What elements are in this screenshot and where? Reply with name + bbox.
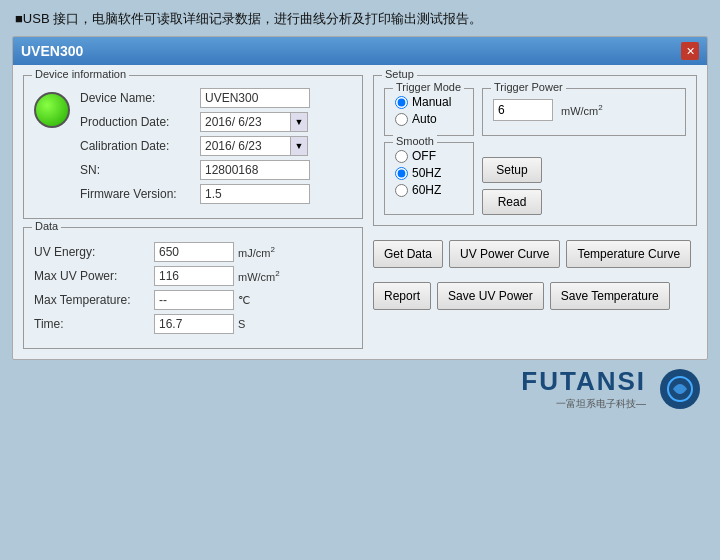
smooth-50hz-label: 50HZ <box>412 166 441 180</box>
trigger-manual-label: Manual <box>412 95 451 109</box>
smooth-50hz-radio[interactable] <box>395 167 408 180</box>
trigger-power-input[interactable] <box>493 99 553 121</box>
trigger-auto-row: Auto <box>395 112 463 126</box>
trigger-auto-radio[interactable] <box>395 113 408 126</box>
footer: FUTANSI 一富坦系电子科技— <box>0 360 720 415</box>
smooth-off-radio[interactable] <box>395 150 408 163</box>
top-banner: ■USB 接口，电脑软件可读取详细记录数据，进行曲线分析及打印输出测试报告。 <box>0 0 720 36</box>
calibration-date-label: Calibration Date: <box>80 139 200 153</box>
time-unit: S <box>238 318 245 330</box>
production-date-label: Production Date: <box>80 115 200 129</box>
smooth-off-label: OFF <box>412 149 436 163</box>
save-temperature-button[interactable]: Save Temperature <box>550 282 670 310</box>
trigger-manual-radio[interactable] <box>395 96 408 109</box>
temperature-curve-button[interactable]: Temperature Curve <box>566 240 691 268</box>
uv-energy-unit: mJ/cm2 <box>238 245 275 259</box>
smooth-60hz-row: 60HZ <box>395 183 463 197</box>
right-panel: Setup Trigger Mode Manual Auto <box>373 75 697 349</box>
trigger-manual-row: Manual <box>395 95 463 109</box>
top-text: ■USB 接口，电脑软件可读取详细记录数据，进行曲线分析及打印输出测试报告。 <box>0 0 720 36</box>
device-top: Device Name: Production Date: ▼ Calibrat… <box>34 88 352 208</box>
sn-input[interactable] <box>200 160 310 180</box>
trigger-mode-group: Trigger Mode Manual Auto <box>384 88 474 136</box>
field-row-calibration-date: Calibration Date: ▼ <box>80 136 352 156</box>
smooth-50hz-row: 50HZ <box>395 166 463 180</box>
setup-group: Setup Trigger Mode Manual Auto <box>373 75 697 226</box>
brand-sub: 一富坦系电子科技— <box>521 397 646 411</box>
brand-text: FUTANSI <box>521 366 646 397</box>
uv-energy-row: UV Energy: mJ/cm2 <box>34 242 352 262</box>
smooth-60hz-label: 60HZ <box>412 183 441 197</box>
setup-row: Trigger Mode Manual Auto Trigger Power <box>384 88 686 136</box>
read-button[interactable]: Read <box>482 189 542 215</box>
smooth-off-row: OFF <box>395 149 463 163</box>
uv-power-curve-button[interactable]: UV Power Curve <box>449 240 560 268</box>
max-temp-input[interactable] <box>154 290 234 310</box>
uv-energy-input[interactable] <box>154 242 234 262</box>
time-row: Time: S <box>34 314 352 334</box>
device-info-group: Device information Device Name: Producti… <box>23 75 363 219</box>
field-row-device-name: Device Name: <box>80 88 352 108</box>
field-row-production-date: Production Date: ▼ <box>80 112 352 132</box>
max-uv-power-input[interactable] <box>154 266 234 286</box>
data-group-label: Data <box>32 220 61 232</box>
calibration-date-input[interactable] <box>200 136 290 156</box>
window-title: UVEN300 <box>21 43 83 59</box>
save-uv-power-button[interactable]: Save UV Power <box>437 282 544 310</box>
firmware-input[interactable] <box>200 184 310 204</box>
main-window: UVEN300 ✕ Device information Device Name… <box>12 36 708 360</box>
smooth-60hz-radio[interactable] <box>395 184 408 197</box>
trigger-power-unit: mW/cm2 <box>561 103 603 117</box>
max-temp-unit: ℃ <box>238 294 250 307</box>
max-uv-power-unit: mW/cm2 <box>238 269 280 283</box>
smooth-label: Smooth <box>393 135 437 147</box>
trigger-auto-label: Auto <box>412 112 437 126</box>
setup-group-label: Setup <box>382 68 417 80</box>
device-name-label: Device Name: <box>80 91 200 105</box>
max-uv-power-label: Max UV Power: <box>34 269 154 283</box>
max-temp-row: Max Temperature: ℃ <box>34 290 352 310</box>
device-name-input[interactable] <box>200 88 310 108</box>
get-data-button[interactable]: Get Data <box>373 240 443 268</box>
sn-label: SN: <box>80 163 200 177</box>
status-light <box>34 92 70 128</box>
data-group: Data UV Energy: mJ/cm2 Max UV Power: mW/… <box>23 227 363 349</box>
bottom-btn-row2: Report Save UV Power Save Temperature <box>373 282 697 310</box>
field-row-firmware: Firmware Version: <box>80 184 352 204</box>
time-label: Time: <box>34 317 154 331</box>
calibration-date-arrow[interactable]: ▼ <box>290 136 308 156</box>
smooth-group: Smooth OFF 50HZ 60HZ <box>384 142 474 215</box>
logo-circle <box>660 369 700 409</box>
title-bar: UVEN300 ✕ <box>13 37 707 65</box>
field-row-sn: SN: <box>80 160 352 180</box>
device-fields: Device Name: Production Date: ▼ Calibrat… <box>80 88 352 208</box>
max-uv-power-row: Max UV Power: mW/cm2 <box>34 266 352 286</box>
smooth-row: Smooth OFF 50HZ 60HZ <box>384 142 686 215</box>
left-panel: Device information Device Name: Producti… <box>23 75 363 349</box>
close-button[interactable]: ✕ <box>681 42 699 60</box>
power-row: mW/cm2 <box>493 99 675 121</box>
trigger-power-label: Trigger Power <box>491 81 566 93</box>
trigger-mode-label: Trigger Mode <box>393 81 464 93</box>
trigger-power-group: Trigger Power mW/cm2 <box>482 88 686 136</box>
device-info-label: Device information <box>32 68 129 80</box>
production-date-input[interactable] <box>200 112 290 132</box>
firmware-label: Firmware Version: <box>80 187 200 201</box>
bottom-btn-row1: Get Data UV Power Curve Temperature Curv… <box>373 240 697 268</box>
production-date-arrow[interactable]: ▼ <box>290 112 308 132</box>
setup-buttons: Setup Read <box>482 142 542 215</box>
uv-energy-label: UV Energy: <box>34 245 154 259</box>
max-temp-label: Max Temperature: <box>34 293 154 307</box>
setup-button[interactable]: Setup <box>482 157 542 183</box>
time-input[interactable] <box>154 314 234 334</box>
window-body: Device information Device Name: Producti… <box>13 65 707 359</box>
report-button[interactable]: Report <box>373 282 431 310</box>
